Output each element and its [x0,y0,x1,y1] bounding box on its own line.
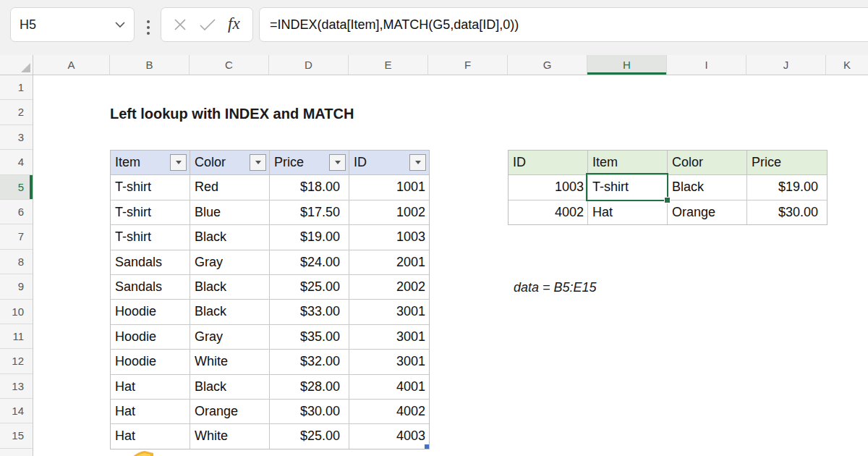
insert-function-icon[interactable]: fx [228,15,240,34]
cell-color[interactable]: Black [190,275,270,299]
row-header[interactable]: 16 [0,449,33,456]
cell-item[interactable]: T-shirt [111,175,190,199]
filter-button[interactable] [409,154,426,171]
cell-id[interactable]: 4002 [349,400,429,423]
cell-item[interactable]: Hoodie [111,350,190,373]
row-header[interactable]: 1 [0,75,33,100]
cell-id[interactable]: 4001 [349,375,429,399]
cell-id[interactable]: 1001 [349,175,429,199]
cell-color[interactable]: White [190,424,270,448]
cell-id[interactable]: 1003 [349,225,429,249]
cell-id[interactable]: 3001 [349,300,429,324]
filter-button[interactable] [170,154,187,171]
header-cell-price[interactable]: Price [270,151,349,174]
cell-item[interactable]: Sandals [111,250,190,274]
cell-color[interactable]: Black [190,300,270,324]
row-header[interactable]: 3 [0,125,33,150]
cell-color[interactable]: Orange [190,400,270,423]
cell-price[interactable]: $25.00 [270,275,349,299]
cell-item[interactable]: Hat [588,200,668,224]
row-header[interactable]: 4 [0,150,33,174]
cell-item[interactable]: Hat [111,400,190,423]
column-header[interactable]: J [746,55,826,75]
header-cell-item[interactable]: Item [588,151,668,174]
column-header[interactable]: F [428,55,508,75]
cell-color[interactable]: Gray [190,250,270,274]
row-header[interactable]: 2 [0,100,33,124]
more-options-icon[interactable] [144,17,153,38]
column-header[interactable]: K [826,55,868,75]
chevron-down-icon[interactable] [115,22,125,28]
cell-color[interactable]: Blue [190,200,270,224]
column-header[interactable]: G [508,55,587,75]
cell-price[interactable]: $18.00 [270,175,349,199]
column-header[interactable]: E [349,55,428,75]
cell-color[interactable]: Black [668,175,747,199]
select-all-button[interactable] [0,55,33,75]
formula-bar-input[interactable]: =INDEX(data[Item],MATCH(G5,data[ID],0)) [259,7,868,42]
filter-button[interactable] [329,154,346,171]
header-cell-color[interactable]: Color [668,151,747,174]
row-header[interactable]: 8 [0,250,33,274]
table-resize-handle[interactable] [424,444,429,449]
cell-id[interactable]: 2002 [349,275,429,299]
cell-price[interactable]: $19.00 [747,175,827,199]
row-header[interactable]: 11 [0,324,33,349]
cell-price[interactable]: $32.00 [270,350,349,373]
cell-id[interactable]: 4002 [509,200,588,224]
enter-check-icon[interactable] [200,19,216,30]
cell-item[interactable]: Sandals [111,275,190,299]
row-header[interactable]: 5 [0,175,33,200]
filter-button[interactable] [250,154,266,171]
cell-id[interactable]: 1003 [509,175,588,199]
row-header[interactable]: 15 [0,423,33,448]
column-header[interactable]: A [33,55,110,75]
name-box[interactable]: H5 [10,7,135,42]
cell-color[interactable]: Red [190,175,270,199]
header-cell-id[interactable]: ID [509,151,588,174]
cell-color[interactable]: Black [190,225,270,249]
cell-price[interactable]: $24.00 [270,250,349,274]
cell-price[interactable]: $35.00 [270,325,349,349]
cell-price[interactable]: $17.50 [270,200,349,224]
row-header[interactable]: 6 [0,200,33,224]
cell-color[interactable]: White [190,350,270,373]
cell-item[interactable]: T-shirt [111,225,190,249]
cell-id[interactable]: 2001 [349,250,429,274]
cell-item[interactable]: T-shirt [588,175,668,199]
cell-price[interactable]: $28.00 [270,375,349,399]
header-cell-color[interactable]: Color [190,151,270,174]
cell-price[interactable]: $30.00 [270,400,349,423]
cell-price[interactable]: $25.00 [270,424,349,448]
header-cell-item[interactable]: Item [111,151,190,174]
cell-price[interactable]: $19.00 [270,225,349,249]
cell-color[interactable]: Orange [668,200,747,224]
header-cell-price[interactable]: Price [747,151,827,174]
cell-item[interactable]: Hoodie [111,325,190,349]
cell-price[interactable]: $33.00 [270,300,349,324]
fill-handle[interactable] [664,197,671,203]
cell-id[interactable]: 3001 [349,325,429,349]
cell-item[interactable]: Hat [111,424,190,448]
cell-item[interactable]: Hat [111,375,190,399]
row-header[interactable]: 12 [0,349,33,373]
row-header[interactable]: 7 [0,224,33,249]
cell-item[interactable]: Hoodie [111,300,190,324]
cell-item[interactable]: T-shirt [111,200,190,224]
column-header[interactable]: C [190,55,269,75]
cell-id[interactable]: 1002 [349,200,429,224]
cell-id[interactable]: 4003 [349,424,429,448]
row-header[interactable]: 13 [0,374,33,399]
column-header[interactable]: B [110,55,190,75]
header-cell-id[interactable]: ID [349,151,429,174]
column-header[interactable]: D [269,55,349,75]
cell-price[interactable]: $30.00 [747,200,827,224]
cell-color[interactable]: Gray [190,325,270,349]
row-header[interactable]: 14 [0,399,33,423]
row-header[interactable]: 9 [0,274,33,299]
row-header[interactable]: 10 [0,300,33,324]
cancel-icon[interactable] [174,18,187,31]
cell-id[interactable]: 3001 [349,350,429,373]
column-header[interactable]: I [667,55,746,75]
column-header[interactable]: H [587,55,667,75]
